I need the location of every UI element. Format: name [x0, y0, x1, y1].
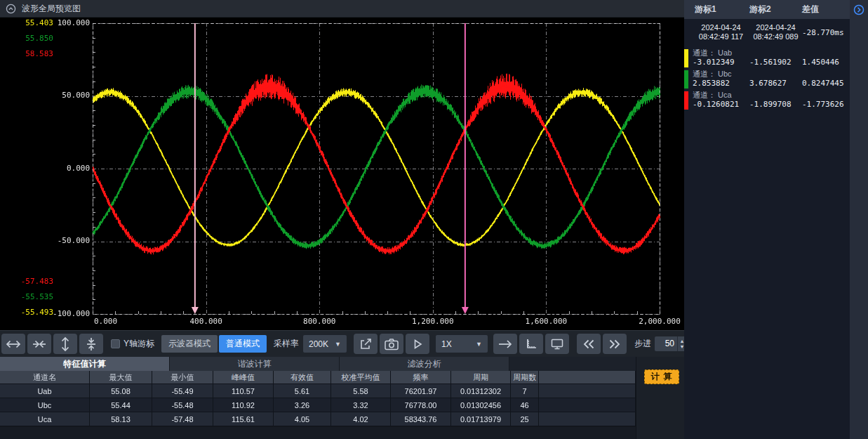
- channel-max-label-uab: 55.403: [10, 19, 53, 27]
- feature-value-table: 通道名 最大值 最小值 峰峰值 有效值 校准平均值 频率 周期 周期数 Uab5…: [0, 371, 636, 426]
- channel-max-label-uca: 58.583: [10, 50, 53, 58]
- compress-vertical-button[interactable]: [79, 334, 103, 354]
- page-right-button[interactable]: [603, 334, 627, 354]
- channel-min-label-uca: -57.483: [10, 277, 53, 286]
- sample-rate-select[interactable]: 200K▼: [303, 335, 347, 353]
- play-button[interactable]: [406, 334, 429, 354]
- chevron-down-icon: ▼: [476, 341, 482, 348]
- y-axis-cursor-label: Y轴游标: [123, 338, 154, 350]
- measure-ruler-button[interactable]: [519, 334, 543, 354]
- analysis-tabs: 特征值计算 谐波计算 滤波分析: [0, 357, 636, 371]
- chart-titlebar: 波形全局预览图: [0, 0, 684, 18]
- table-header-row: 通道名 最大值 最小值 峰峰值 有效值 校准平均值 频率 周期 周期数: [0, 371, 636, 384]
- channel-color-swatch: [684, 70, 688, 89]
- step-size-value[interactable]: 50: [655, 336, 677, 351]
- tab-filter-analysis[interactable]: 滤波分析: [340, 357, 509, 371]
- panel-title: 波形全局预览图: [22, 3, 81, 15]
- table-footer-fill: [0, 427, 636, 439]
- diff-header: 差值: [802, 4, 850, 15]
- cursor2-value: 3.678627: [749, 79, 802, 89]
- expand-horizontal-button[interactable]: [1, 334, 25, 354]
- cursor2-header: 游标2: [749, 4, 802, 15]
- y-axis-cursor-checkbox[interactable]: [111, 339, 120, 348]
- table-row[interactable]: Uca58.13-57.48115.614.054.0258343.760.01…: [0, 412, 636, 426]
- oscilloscope-mode-button[interactable]: 示波器模式: [161, 335, 218, 353]
- waveform-chart[interactable]: [0, 18, 684, 330]
- calc-button-area: 计 算: [636, 357, 684, 439]
- cursor1-header: 游标1: [695, 4, 749, 15]
- waveform-preview-panel: 波形全局预览图 55.403 55.850 58.583 -57.483 -55…: [0, 0, 684, 330]
- compress-horizontal-button[interactable]: [27, 334, 51, 354]
- cursor1-value: -3.012349: [693, 58, 749, 67]
- channel-row-uca: 通道： Uca -0.1260821 -1.899708 -1.773626: [684, 90, 850, 111]
- channel-min-label-ubc: -55.535: [10, 293, 53, 301]
- channel-name: 通道： Uab: [693, 48, 850, 58]
- tab-feature-calc[interactable]: 特征值计算: [0, 357, 170, 371]
- cursor1-value: -0.1260821: [693, 100, 749, 110]
- chevron-down-icon: ▼: [335, 341, 341, 348]
- expand-vertical-button[interactable]: [53, 334, 77, 354]
- screenshot-camera-button[interactable]: [380, 334, 403, 354]
- step-forward-button[interactable]: [493, 334, 517, 354]
- toolbar: Y轴游标 示波器模式 普通模式 采样率 200K▼ 1X▼: [0, 330, 684, 357]
- expand-panel-icon[interactable]: [853, 4, 864, 15]
- table-row[interactable]: Uab55.08-55.49110.575.615.5876201.970.01…: [0, 384, 636, 398]
- cursor2-timestamp: 2024-04-24 08:42:49 089: [749, 23, 802, 41]
- sample-rate-label: 采样率: [274, 338, 299, 350]
- channel-name: 通道： Uca: [693, 90, 850, 100]
- step-label: 步进: [634, 338, 651, 350]
- panel-collapse-strip: [850, 0, 868, 439]
- export-button[interactable]: [354, 334, 378, 354]
- diff-value: 0.8247445: [802, 79, 850, 89]
- step-size-stepper[interactable]: 50 ▲▼: [655, 336, 686, 351]
- page-left-button[interactable]: [577, 334, 601, 354]
- diff-value: 1.450446: [802, 58, 850, 67]
- channel-max-label-ubc: 55.850: [10, 34, 53, 43]
- cursor-panel-header: 游标1 游标2 差值: [684, 0, 850, 19]
- channel-color-swatch: [684, 91, 688, 110]
- cursor1-timestamp: 2024-04-24 08:42:49 117: [693, 23, 749, 41]
- table-row[interactable]: Ubc55.44-55.48110.923.263.3276778.000.01…: [0, 398, 636, 412]
- display-monitor-button[interactable]: [545, 334, 569, 354]
- waveform-analyzer-window: 波形全局预览图 55.403 55.850 58.583 -57.483 -55…: [0, 0, 868, 439]
- tab-harmonic-calc[interactable]: 谐波计算: [170, 357, 340, 371]
- channel-row-ubc: 通道： Ubc 2.853882 3.678627 0.8247445: [684, 69, 850, 90]
- channel-row-uab: 通道： Uab -3.012349 -1.561902 1.450446: [684, 48, 850, 69]
- channel-color-swatch: [684, 49, 688, 67]
- cursor-info-panel: 游标1 游标2 差值 2024-04-24 08:42:49 117 2024-…: [684, 0, 868, 439]
- channel-name: 通道： Ubc: [693, 69, 850, 79]
- cursor1-value: 2.853882: [693, 79, 749, 89]
- playback-speed-select[interactable]: 1X▼: [436, 335, 488, 353]
- diff-value: -1.773626: [802, 100, 850, 110]
- collapse-panel-icon[interactable]: [6, 4, 16, 14]
- cursor-timestamps-row: 2024-04-24 08:42:49 117 2024-04-24 08:42…: [684, 23, 850, 41]
- cursor2-value: -1.899708: [749, 100, 802, 110]
- cursor2-value: -1.561902: [749, 58, 802, 67]
- cursor-time-diff: -28.770ms: [802, 23, 850, 41]
- channel-min-label-uab: -55.493: [10, 308, 53, 317]
- calculate-button[interactable]: 计 算: [644, 369, 679, 384]
- normal-mode-button[interactable]: 普通模式: [219, 335, 267, 353]
